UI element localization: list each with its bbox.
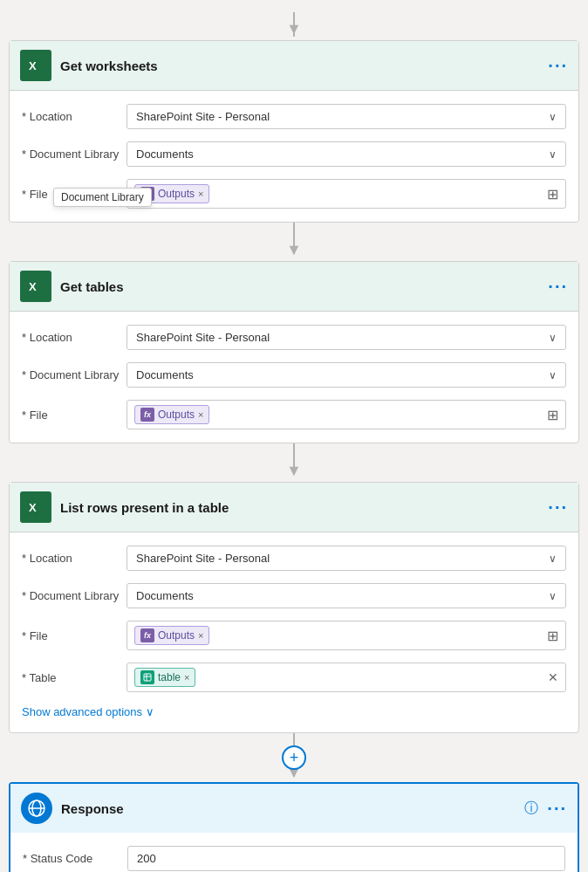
file-picker-icon[interactable]: ⊞ xyxy=(547,186,558,203)
lr-file-label: * File xyxy=(22,629,126,642)
gt-token-fx-icon: fx xyxy=(140,408,154,422)
response-body: * Status Code Headers ⊞ Body fx xyxy=(10,833,578,872)
lr-table-row: * Table table × ✕ xyxy=(10,656,578,698)
gt-file-token-close[interactable]: × xyxy=(198,409,203,420)
lr-location-label: * Location xyxy=(22,552,126,565)
lr-file-token-control: fx Outputs × ⊞ xyxy=(126,621,566,650)
lr-doc-lib-row: * Document Library Documents ∨ xyxy=(10,577,578,615)
lr-location-value: SharePoint Site - Personal xyxy=(136,552,270,565)
connector-2: ▼ xyxy=(7,443,581,482)
lr-table-token[interactable]: table × xyxy=(134,668,195,687)
excel-logo-3: X xyxy=(20,491,51,523)
doc-lib-select[interactable]: Documents ∨ xyxy=(126,141,566,167)
lr-file-picker-icon[interactable]: ⊞ xyxy=(547,628,558,644)
gt-doc-lib-chevron: ∨ xyxy=(549,369,557,381)
add-step-button[interactable]: + xyxy=(282,745,306,770)
connector-arrow-2: ▼ xyxy=(286,462,302,480)
lr-location-select[interactable]: SharePoint Site - Personal ∨ xyxy=(126,546,566,571)
list-rows-card: X List rows present in a table ··· * Loc… xyxy=(9,482,579,733)
get-tables-title: Get tables xyxy=(60,279,548,294)
location-chevron: ∨ xyxy=(549,111,557,123)
doc-lib-control[interactable]: Documents ∨ xyxy=(126,141,566,167)
gt-file-token[interactable]: fx Outputs × xyxy=(134,405,209,424)
gt-doc-lib-value: Documents xyxy=(136,368,194,381)
gt-file-row: * File fx Outputs × ⊞ xyxy=(10,394,578,436)
connector-arrow: ▼ xyxy=(286,20,302,38)
lr-doc-lib-control[interactable]: Documents ∨ xyxy=(126,583,566,608)
excel-icon-3: X xyxy=(20,491,51,523)
gt-location-select[interactable]: SharePoint Site - Personal ∨ xyxy=(126,325,566,350)
lr-doc-lib-chevron: ∨ xyxy=(549,590,557,602)
lr-table-token-icon xyxy=(140,670,154,684)
excel-logo-2: X xyxy=(20,271,51,302)
list-rows-header: X List rows present in a table ··· xyxy=(10,483,578,532)
get-tables-body: * Location SharePoint Site - Personal ∨ … xyxy=(10,312,578,443)
connector-1: ▼ xyxy=(7,223,581,261)
lr-table-clear-btn[interactable]: ✕ xyxy=(548,670,558,684)
lr-table-token-close[interactable]: × xyxy=(184,672,189,683)
lr-doc-lib-label: * Document Library xyxy=(22,589,126,602)
response-title: Response xyxy=(61,801,524,816)
get-worksheets-title: Get worksheets xyxy=(60,58,548,73)
lr-doc-lib-value: Documents xyxy=(136,589,194,602)
doc-lib-value: Documents xyxy=(136,148,194,161)
doc-lib-row: * Document Library Documents ∨ xyxy=(10,135,578,173)
get-worksheets-body: * Location SharePoint Site - Personal ∨ … xyxy=(10,91,578,222)
gt-file-control: fx Outputs × ⊞ xyxy=(126,400,566,429)
gt-file-picker-icon[interactable]: ⊞ xyxy=(547,407,558,423)
list-rows-title: List rows present in a table xyxy=(60,500,548,515)
gt-doc-lib-select[interactable]: Documents ∨ xyxy=(126,362,566,388)
lr-table-label: * Table xyxy=(22,671,126,684)
gt-location-label: * Location xyxy=(22,331,126,344)
status-code-row: * Status Code xyxy=(10,840,578,872)
lr-table-token-text: table xyxy=(158,671,181,683)
gt-location-row: * Location SharePoint Site - Personal ∨ xyxy=(10,319,578,356)
lr-doc-lib-select[interactable]: Documents ∨ xyxy=(126,583,566,608)
file-token-close[interactable]: × xyxy=(198,189,203,199)
lr-table-control: table × ✕ xyxy=(126,663,566,692)
lr-location-control[interactable]: SharePoint Site - Personal ∨ xyxy=(126,546,566,571)
doc-lib-label: * Document Library xyxy=(22,148,126,161)
status-code-control[interactable] xyxy=(127,846,565,871)
lr-file-token[interactable]: fx Outputs × xyxy=(134,626,209,645)
svg-rect-6 xyxy=(144,674,151,681)
file-label: * File xyxy=(22,188,126,201)
lr-show-advanced[interactable]: Show advanced options ∨ xyxy=(10,698,578,725)
response-globe-icon xyxy=(21,793,52,824)
gt-location-value: SharePoint Site - Personal xyxy=(136,331,270,344)
location-label: * Location xyxy=(22,110,126,123)
location-select[interactable]: SharePoint Site - Personal ∨ xyxy=(126,104,566,129)
gt-location-control[interactable]: SharePoint Site - Personal ∨ xyxy=(126,325,566,350)
lr-show-advanced-label: Show advanced options xyxy=(22,705,142,718)
response-info-icon[interactable]: ⓘ xyxy=(524,800,538,818)
lr-location-chevron: ∨ xyxy=(549,553,557,565)
file-token[interactable]: fx Outputs × xyxy=(134,184,209,203)
lr-file-token-text: Outputs xyxy=(158,629,195,642)
doc-lib-chevron: ∨ xyxy=(549,148,557,161)
excel-logo: X xyxy=(20,50,51,81)
list-rows-menu[interactable]: ··· xyxy=(548,498,568,518)
top-connector: ▼ xyxy=(7,9,581,40)
gt-file-token-text: Outputs xyxy=(158,409,195,421)
get-tables-card: X Get tables ··· * Location SharePoint S… xyxy=(9,261,579,443)
excel-icon: X xyxy=(20,50,51,81)
location-control[interactable]: SharePoint Site - Personal ∨ xyxy=(126,104,566,129)
gt-doc-lib-control[interactable]: Documents ∨ xyxy=(126,362,566,388)
lr-show-advanced-chevron: ∨ xyxy=(146,705,154,718)
token-fx-icon: fx xyxy=(140,187,154,201)
lr-file-control: fx Outputs × ⊞ xyxy=(126,621,566,650)
gt-file-label: * File xyxy=(22,409,126,422)
response-menu[interactable]: ··· xyxy=(547,799,567,819)
status-code-input[interactable] xyxy=(127,846,565,871)
response-icon xyxy=(21,793,52,824)
lr-file-token-close[interactable]: × xyxy=(198,630,203,641)
file-control: fx Outputs × ⊞ xyxy=(126,179,566,209)
get-tables-menu[interactable]: ··· xyxy=(548,277,568,297)
get-tables-header: X Get tables ··· xyxy=(10,262,578,312)
location-row: * Location SharePoint Site - Personal ∨ xyxy=(10,98,578,135)
connector-plus-container: + ▼ xyxy=(7,733,581,782)
svg-text:X: X xyxy=(29,280,37,293)
get-worksheets-menu[interactable]: ··· xyxy=(548,56,568,76)
gt-doc-lib-label: * Document Library xyxy=(22,368,126,381)
location-value: SharePoint Site - Personal xyxy=(136,110,270,123)
